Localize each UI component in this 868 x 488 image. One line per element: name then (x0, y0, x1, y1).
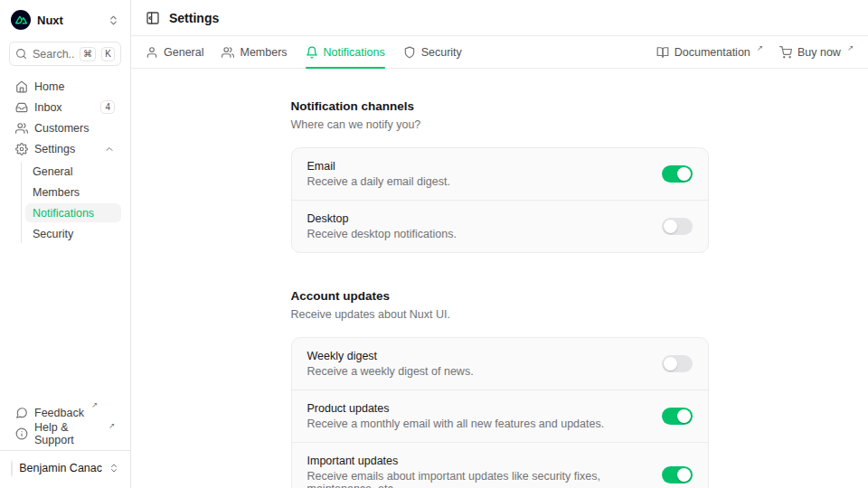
setting-row-important-updates: Important updates Receive emails about i… (292, 442, 708, 488)
kbd-meta: ⌘ (80, 47, 96, 61)
user-name: Benjamin Canac (19, 462, 102, 474)
setting-title: Product updates (307, 402, 605, 415)
setting-row-email: Email Receive a daily email digest. (292, 148, 708, 200)
tab-security[interactable]: Security (403, 36, 462, 68)
weekly-digest-toggle[interactable] (662, 355, 693, 372)
settings-card: Email Receive a daily email digest. Desk… (291, 147, 709, 253)
sidebar-item-label: Feedback (34, 407, 84, 419)
tab-notifications[interactable]: Notifications (306, 36, 385, 68)
sidebar-collapse-button[interactable] (146, 11, 160, 25)
nuxt-logo-icon (11, 10, 31, 30)
external-link-icon: ↗ (108, 422, 115, 430)
toggle-knob (677, 468, 691, 482)
inbox-icon (15, 101, 28, 114)
subnav-label: Security (33, 228, 73, 240)
sidebar-item-inbox[interactable]: Inbox 4 (9, 98, 121, 117)
chevrons-up-down-icon (108, 463, 119, 474)
sidebar-item-customers[interactable]: Customers (9, 118, 121, 137)
search-icon (15, 48, 27, 60)
tab-label: Members (240, 46, 287, 59)
chevron-up-icon (104, 144, 115, 155)
setting-title: Important updates (307, 455, 647, 467)
user-icon (146, 46, 158, 59)
section-title: Account updates (291, 289, 709, 303)
content-column: Notification channels Where can we notif… (291, 99, 709, 488)
setting-description: Receive a monthly email with all new fea… (307, 418, 605, 430)
email-toggle[interactable] (662, 165, 693, 183)
sidebar-nav: Home Inbox 4 Customers Settings General … (9, 77, 121, 243)
sidebar-item-home[interactable]: Home (9, 77, 121, 96)
workspace-switcher[interactable]: Nuxt (9, 7, 121, 33)
search-input[interactable]: ⌘ K (9, 42, 121, 66)
settings-subnav: General Members Notifications Security (21, 162, 121, 243)
link-label: Documentation (675, 46, 750, 59)
sidebar-spacer (9, 243, 121, 403)
sidebar-item-notifications[interactable]: Notifications (25, 203, 121, 222)
sidebar-item-label: Help & Support (34, 421, 101, 446)
section-account-updates: Account updates Receive updates about Nu… (291, 289, 709, 488)
header-links: Documentation ↗ Buy now ↗ (656, 46, 854, 59)
avatar (11, 460, 13, 477)
subnav-label: Members (33, 186, 80, 199)
tab-members[interactable]: Members (222, 36, 287, 68)
tab-label: General (164, 46, 203, 59)
users-icon (222, 46, 234, 59)
search-field[interactable] (33, 48, 74, 61)
sidebar-item-label: Home (34, 80, 64, 93)
users-icon (15, 122, 28, 135)
settings-card: Weekly digest Receive a weekly digest of… (291, 337, 709, 488)
panel-left-close-icon (146, 11, 160, 25)
content-scroll-area[interactable]: Notification channels Where can we notif… (131, 69, 868, 488)
sidebar-item-members[interactable]: Members (25, 183, 121, 202)
desktop-toggle[interactable] (662, 218, 693, 235)
user-menu[interactable]: Benjamin Canac (9, 457, 121, 479)
setting-description: Receive a daily email digest. (307, 175, 450, 188)
tabs-row: General Members Notifications Security D… (131, 36, 868, 69)
sidebar-item-security[interactable]: Security (25, 224, 121, 243)
chevrons-up-down-icon (108, 14, 119, 26)
sidebar-item-label: Customers (34, 122, 89, 135)
sidebar-item-feedback[interactable]: Feedback ↗ (9, 403, 121, 422)
section-description: Receive updates about Nuxt UI. (291, 308, 709, 321)
section-title: Notification channels (291, 99, 709, 113)
inbox-count-badge: 4 (100, 100, 115, 114)
setting-row-weekly-digest: Weekly digest Receive a weekly digest of… (292, 338, 708, 389)
toggle-knob (677, 167, 691, 181)
important-updates-toggle[interactable] (662, 466, 693, 483)
tab-label: Security (421, 46, 462, 59)
sidebar-item-label: Settings (34, 143, 75, 155)
kbd-k: K (101, 47, 115, 61)
sidebar-item-general[interactable]: General (25, 162, 121, 181)
subnav-label: Notifications (33, 207, 94, 220)
sidebar-item-settings[interactable]: Settings (9, 139, 121, 158)
workspace-name: Nuxt (37, 14, 101, 27)
buy-now-link[interactable]: Buy now ↗ (779, 46, 854, 59)
product-updates-toggle[interactable] (662, 408, 693, 425)
shield-icon (403, 46, 416, 59)
info-circle-icon (15, 427, 28, 440)
external-link-icon: ↗ (847, 44, 854, 52)
section-notification-channels: Notification channels Where can we notif… (291, 99, 709, 253)
toggle-knob (664, 220, 677, 233)
sidebar: Nuxt ⌘ K Home Inbox 4 Customers Settings (0, 0, 131, 488)
sidebar-item-label: Inbox (34, 101, 62, 114)
documentation-link[interactable]: Documentation ↗ (656, 46, 763, 59)
shopping-cart-icon (779, 46, 792, 59)
sidebar-footer: Feedback ↗ Help & Support ↗ (9, 403, 121, 450)
setting-title: Weekly digest (307, 350, 474, 362)
setting-title: Desktop (307, 212, 457, 225)
setting-description: Receive desktop notifications. (307, 228, 457, 240)
settings-tabs: General Members Notifications Security (146, 36, 462, 68)
tab-general[interactable]: General (146, 36, 203, 68)
page-title: Settings (169, 11, 219, 25)
main-area: Settings General Members Notifications S… (131, 0, 868, 488)
toggle-knob (677, 409, 691, 423)
bell-icon (306, 46, 318, 59)
link-label: Buy now (797, 46, 841, 59)
external-link-icon: ↗ (91, 401, 98, 409)
sidebar-item-help-support[interactable]: Help & Support ↗ (9, 424, 121, 443)
section-description: Where can we notify you? (291, 118, 709, 131)
subnav-label: General (33, 165, 72, 178)
setting-description: Receive a weekly digest of news. (307, 365, 474, 378)
sidebar-user-section: Benjamin Canac (0, 450, 130, 481)
